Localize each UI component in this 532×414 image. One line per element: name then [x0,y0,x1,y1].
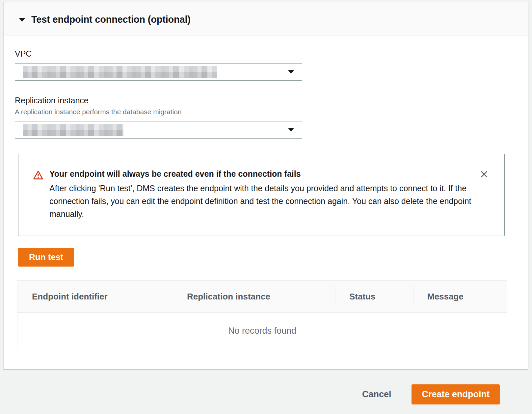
test-endpoint-connection-panel: Test endpoint connection (optional) VPC … [3,2,528,369]
column-header-endpoint-identifier: Endpoint identifier [17,286,173,307]
panel-content: VPC Replication instance A replication i… [4,36,528,369]
cancel-button[interactable]: Cancel [362,389,391,400]
vpc-label: VPC [15,49,502,59]
create-endpoint-button[interactable]: Create endpoint [412,384,500,404]
connection-results-table: Endpoint identifier Replication instance… [17,280,507,349]
column-header-message: Message [413,286,507,307]
panel-header-toggle[interactable]: Test endpoint connection (optional) [4,2,528,36]
chevron-down-icon [288,128,294,132]
panel-title: Test endpoint connection (optional) [31,14,191,25]
replication-instance-select[interactable] [15,121,302,139]
warning-banner: Your endpoint will always be created eve… [18,154,505,236]
warning-body: After clicking 'Run test', DMS creates t… [49,182,477,220]
close-icon[interactable] [478,168,490,180]
vpc-field: VPC [15,49,502,81]
replication-instance-label: Replication instance [15,96,502,105]
caret-down-icon [19,18,25,22]
warning-text-block: Your endpoint will always be created eve… [49,169,477,220]
column-header-status: Status [335,286,413,307]
table-header-row: Endpoint identifier Replication instance… [17,281,507,313]
replication-instance-redacted-value [23,124,123,136]
warning-triangle-icon [33,170,43,182]
table-empty-state: No records found [17,313,507,349]
replication-instance-field: Replication instance A replication insta… [15,96,502,139]
chevron-down-icon [288,70,294,74]
warning-title: Your endpoint will always be created eve… [49,169,477,179]
replication-instance-description: A replication instance performs the data… [15,108,502,116]
column-header-replication-instance: Replication instance [173,286,335,307]
wizard-footer: Cancel Create endpoint [0,369,532,404]
vpc-redacted-value [23,66,217,78]
vpc-select[interactable] [15,63,302,81]
run-test-button[interactable]: Run test [18,248,74,267]
